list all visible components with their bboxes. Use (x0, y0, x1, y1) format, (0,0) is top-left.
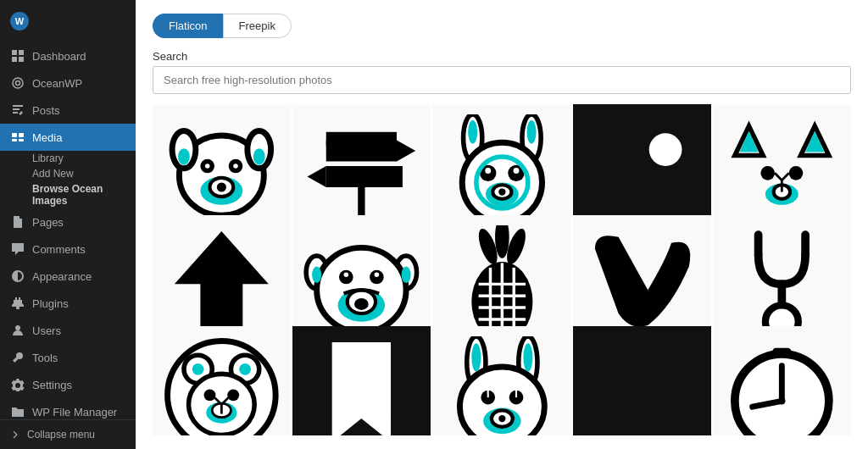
svg-point-92 (228, 390, 240, 402)
appearance-icon (10, 269, 25, 284)
svg-point-4 (13, 78, 23, 88)
collapse-menu-button[interactable]: Collapse menu (0, 419, 136, 449)
svg-point-70 (313, 267, 322, 283)
main-content: Flaticon Freepik Search (136, 0, 868, 449)
sidebar-item-plugins[interactable]: Plugins (0, 290, 136, 317)
grid-cell-bookmark[interactable] (292, 326, 431, 435)
svg-point-24 (178, 148, 190, 164)
svg-rect-11 (19, 297, 20, 300)
svg-rect-116 (589, 342, 695, 435)
svg-rect-10 (15, 297, 17, 300)
dashboard-icon (10, 48, 25, 64)
users-icon (10, 323, 25, 338)
tab-row: Flaticon Freepik (153, 14, 851, 38)
comments-icon (10, 241, 25, 257)
image-grid (153, 104, 851, 435)
sidebar-sub-library[interactable]: Library (0, 151, 136, 166)
tools-icon (10, 350, 25, 365)
svg-point-37 (485, 168, 491, 174)
add-new-label: Add New (32, 168, 74, 180)
svg-rect-1 (19, 50, 24, 55)
sidebar-item-label: Appearance (32, 270, 92, 283)
svg-point-22 (205, 164, 210, 169)
search-section: Search (153, 50, 851, 94)
svg-point-63 (339, 270, 353, 285)
sidebar-item-label: Settings (32, 379, 72, 391)
svg-point-65 (344, 273, 349, 278)
sidebar-item-media[interactable]: Media (0, 124, 136, 151)
sidebar-item-label: Pages (32, 216, 64, 229)
grid-cell-rabbit-face-2[interactable] (432, 326, 570, 435)
sidebar: W Dashboard OceanWP Posts Media (0, 0, 136, 449)
svg-point-46 (649, 133, 682, 166)
svg-point-25 (253, 148, 265, 164)
tab-flaticon[interactable]: Flaticon (153, 14, 223, 38)
svg-rect-0 (12, 50, 17, 55)
sidebar-item-users[interactable]: Users (0, 317, 136, 344)
svg-marker-59 (175, 231, 269, 337)
svg-rect-12 (16, 307, 19, 309)
sidebar-sub-browse-ocean[interactable]: Browse Ocean Images (0, 181, 136, 208)
svg-rect-28 (326, 166, 403, 187)
sidebar-item-tools[interactable]: Tools (0, 344, 136, 371)
svg-rect-7 (19, 133, 24, 137)
grid-cell-black-square[interactable] (573, 326, 711, 435)
svg-point-91 (204, 390, 216, 402)
svg-rect-8 (12, 139, 17, 141)
sidebar-item-oceanwp[interactable]: OceanWP (0, 69, 136, 97)
pages-icon (10, 214, 25, 230)
svg-point-41 (498, 189, 505, 196)
settings-icon (10, 377, 25, 392)
sidebar-item-settings[interactable]: Settings (0, 371, 136, 398)
sidebar-item-label: Users (32, 324, 61, 337)
search-label: Search (153, 50, 851, 63)
svg-marker-27 (397, 141, 415, 162)
svg-point-21 (217, 183, 226, 192)
svg-rect-31 (326, 132, 397, 147)
grid-cell-clock[interactable] (713, 326, 851, 435)
svg-point-5 (16, 81, 20, 86)
sidebar-logo[interactable]: W (0, 0, 136, 42)
svg-point-99 (239, 363, 251, 375)
content-area: Flaticon Freepik Search (136, 0, 868, 449)
library-label: Library (32, 152, 64, 164)
sidebar-item-label: Dashboard (32, 50, 86, 63)
svg-rect-2 (12, 57, 17, 62)
sidebar-item-pages[interactable]: Pages (0, 208, 136, 236)
svg-point-66 (375, 273, 380, 278)
svg-line-58 (782, 174, 788, 180)
sidebar-item-label: Plugins (32, 297, 69, 310)
sidebar-sub-add-new[interactable]: Add New (0, 166, 136, 181)
svg-rect-45 (589, 120, 695, 226)
tab-freepik[interactable]: Freepik (223, 14, 292, 38)
svg-point-42 (468, 120, 477, 144)
svg-rect-3 (19, 57, 24, 62)
sidebar-item-label: Media (32, 131, 62, 144)
svg-point-38 (513, 168, 519, 174)
grid-cell-bear-circle[interactable] (153, 326, 291, 435)
svg-point-13 (15, 325, 20, 330)
svg-point-109 (523, 344, 532, 372)
wp-logo-icon: W (10, 12, 29, 30)
svg-point-108 (471, 344, 481, 372)
sidebar-item-posts[interactable]: Posts (0, 97, 136, 124)
svg-rect-121 (772, 348, 791, 355)
search-input[interactable] (153, 66, 851, 94)
sidebar-item-label: Tools (32, 352, 58, 364)
sidebar-item-comments[interactable]: Comments (0, 236, 136, 263)
svg-point-71 (402, 267, 411, 283)
svg-point-69 (354, 298, 369, 310)
svg-point-64 (370, 270, 384, 285)
svg-point-51 (789, 166, 804, 180)
svg-point-73 (495, 225, 509, 258)
svg-marker-29 (308, 166, 326, 187)
sidebar-item-dashboard[interactable]: Dashboard (0, 42, 136, 69)
svg-line-57 (775, 174, 782, 180)
posts-icon (10, 103, 25, 118)
sidebar-item-appearance[interactable]: Appearance (0, 263, 136, 290)
media-icon (10, 130, 25, 145)
sidebar-item-wp-file-manager[interactable]: WP File Manager (0, 398, 136, 419)
browse-ocean-label: Browse Ocean Images (32, 183, 103, 207)
file-manager-icon (10, 404, 25, 419)
svg-rect-30 (359, 187, 365, 217)
